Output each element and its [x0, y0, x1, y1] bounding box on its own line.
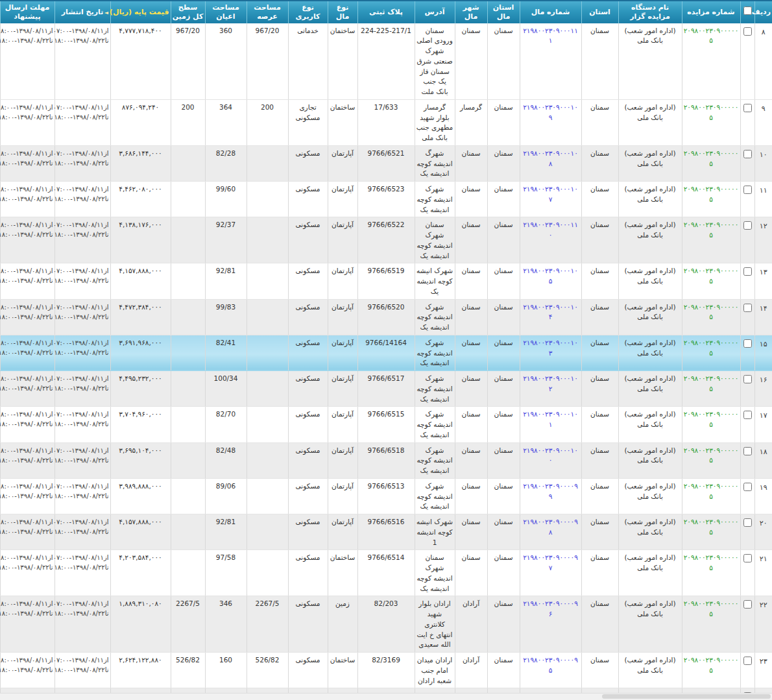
- cell-property-type: ساختمان: [328, 23, 357, 100]
- row-checkbox[interactable]: [743, 375, 752, 383]
- col-header-property-number[interactable]: شماره مال: [520, 1, 581, 23]
- cell-publish-date: از۱۳۹۸/۰۸/۱۱-۰۷:۰۰تا۱۳۹۸/۰۸/۲۲-۱۸:۰۰: [54, 335, 110, 370]
- cell-total-land: [171, 514, 205, 550]
- table-row[interactable]: ۱۱ ۲۰۹۸۰۰۲۳۰۹۰۰۰۰۰۵ (اداره امور شعب) بان…: [0, 182, 772, 217]
- cell-checkbox: [740, 217, 754, 263]
- row-checkbox[interactable]: [743, 186, 752, 194]
- table-row[interactable]: ۱۳ ۲۰۹۸۰۰۲۳۰۹۰۰۰۰۰۵ (اداره امور شعب) بان…: [0, 263, 772, 299]
- row-checkbox[interactable]: [743, 411, 752, 419]
- row-checkbox[interactable]: [743, 304, 752, 312]
- cell-property-city: سمنان: [455, 145, 487, 181]
- col-header-province[interactable]: استان: [581, 1, 618, 23]
- col-header-usage-type[interactable]: نوع کاربری: [288, 1, 328, 23]
- cell-base-price: ۸۷۶,۰۹۴,۲۴۰: [110, 99, 171, 145]
- cell-property-number-link[interactable]: ۲۱۹۸۰۰۲۳۰۹۰۰۰۰۹۷: [520, 550, 581, 596]
- row-checkbox[interactable]: [743, 150, 752, 158]
- cell-land-area: [247, 514, 288, 550]
- table-row[interactable]: ۱۴ ۲۰۹۸۰۰۲۳۰۹۰۰۰۰۰۵ (اداره امور شعب) بان…: [0, 299, 772, 335]
- cell-usage-type: مسکونی: [288, 653, 328, 688]
- scrollbar-thumb[interactable]: [602, 694, 771, 699]
- row-checkbox[interactable]: [743, 554, 752, 562]
- table-row[interactable]: ۱۰ ۲۰۹۸۰۰۲۳۰۹۰۰۰۰۰۵ (اداره امور شعب) بان…: [0, 145, 772, 181]
- cell-publish-date: از۱۳۹۸/۰۸/۱۱-۰۷:۰۰تا۱۳۹۸/۰۸/۲۲-۱۸:۰۰: [54, 407, 110, 442]
- table-row[interactable]: ۹ ۲۰۹۸۰۰۲۳۰۹۰۰۰۰۰۵ (اداره امور شعب) بانک…: [0, 99, 772, 145]
- table-row[interactable]: ۲۰ ۲۰۹۸۰۰۲۳۰۹۰۰۰۰۰۵ (اداره امور شعب) بان…: [0, 514, 772, 550]
- select-all-checkbox[interactable]: [743, 6, 752, 15]
- row-checkbox[interactable]: [743, 339, 752, 348]
- cell-property-number-link[interactable]: ۲۱۹۸۰۰۲۳۰۹۰۰۰۱۰۱: [520, 407, 581, 442]
- table-row[interactable]: ۲۱ ۲۰۹۸۰۰۲۳۰۹۰۰۰۰۰۵ (اداره امور شعب) بان…: [0, 550, 772, 596]
- cell-province: سمنان: [581, 145, 618, 181]
- table-row[interactable]: ۱۲ ۲۰۹۸۰۰۲۳۰۹۰۰۰۰۰۵ (اداره امور شعب) بان…: [0, 217, 772, 263]
- cell-property-number-link[interactable]: ۲۱۹۸۰۰۲۳۰۹۰۰۰۰۹۶: [520, 596, 581, 653]
- cell-usage-type: مسکونی: [288, 514, 328, 550]
- row-checkbox[interactable]: [743, 483, 752, 491]
- cell-property-number-link[interactable]: ۲۱۹۸۰۰۲۳۰۹۰۰۰۱۰۵: [520, 263, 581, 299]
- cell-property-province: سمنان: [487, 263, 520, 299]
- publish-to: تا۱۳۹۸/۰۸/۲۲-۱۸:۰۰: [56, 383, 109, 393]
- cell-property-number-link[interactable]: ۲۱۹۸۰۰۲۳۰۹۰۰۰۰۹۸: [520, 514, 581, 550]
- deadline-to: تا۱۳۹۸/۰۸/۲۲-۱۸:۰۰: [2, 348, 53, 357]
- col-header-address[interactable]: آدرس: [415, 1, 455, 23]
- cell-property-number-link[interactable]: ۲۱۹۸۰۰۲۳۰۹۰۰۰۱۰۲: [520, 371, 581, 407]
- horizontal-scrollbar[interactable]: [0, 693, 772, 700]
- table-row[interactable]: ۱۹ ۲۰۹۸۰۰۲۳۰۹۰۰۰۰۰۵ (اداره امور شعب) بان…: [0, 478, 772, 514]
- col-header-auction-number[interactable]: شماره مزایده: [682, 1, 740, 23]
- deadline-from: از۱۳۹۸/۰۸/۱۱-۰۸:۰۰: [2, 103, 53, 112]
- row-checkbox[interactable]: [743, 447, 752, 455]
- table-row[interactable]: ۱۵ ۲۰۹۸۰۰۲۳۰۹۰۰۰۰۰۵ (اداره امور شعب) بان…: [0, 335, 772, 370]
- cell-property-number-link[interactable]: ۲۱۹۸۰۰۲۳۰۹۰۰۰۱۰۴: [520, 299, 581, 335]
- cell-land-area: [247, 335, 288, 370]
- cell-building-area: 346: [205, 596, 247, 653]
- cell-property-number-link[interactable]: ۲۱۹۸۰۰۲۳۰۹۰۰۰۱۰۹: [520, 99, 581, 145]
- cell-publish-date: از۱۳۹۸/۰۸/۱۱-۰۷:۰۰تا۱۳۹۸/۰۸/۲۲-۱۸:۰۰: [54, 263, 110, 299]
- col-header-organization[interactable]: نام دستگاه مزایده گزار: [618, 1, 682, 23]
- table-row[interactable]: ۸ ۲۰۹۸۰۰۲۳۰۹۰۰۰۰۰۵ (اداره امور شعب) بانک…: [0, 23, 772, 100]
- row-checkbox[interactable]: [743, 518, 752, 527]
- col-header-registration-plate[interactable]: پلاک ثبتی: [357, 1, 415, 23]
- table-row[interactable]: ۱۷ ۲۰۹۸۰۰۲۳۰۹۰۰۰۰۰۵ (اداره امور شعب) بان…: [0, 407, 772, 442]
- row-checkbox[interactable]: [743, 221, 752, 230]
- table-row[interactable]: ۲۲ ۲۰۹۸۰۰۲۳۰۹۰۰۰۰۰۵ (اداره امور شعب) بان…: [0, 596, 772, 653]
- cell-property-number-link[interactable]: ۲۱۹۸۰۰۲۳۰۹۰۰۰۱۰۳: [520, 335, 581, 370]
- col-header-property-province[interactable]: استان مال: [487, 1, 520, 23]
- row-checkbox[interactable]: [743, 27, 752, 36]
- col-header-building-area[interactable]: مساحت اعیان: [205, 1, 247, 23]
- cell-auction-number: ۲۰۹۸۰۰۲۳۰۹۰۰۰۰۰۵: [682, 550, 740, 596]
- col-header-base-price[interactable]: قیمت پایه (ریال)◄: [110, 1, 171, 23]
- cell-deadline: از۱۳۹۸/۰۸/۱۱-۰۸:۰۰تا۱۳۹۸/۰۸/۲۲-۱۸:۰۰: [0, 145, 54, 181]
- cell-property-number-link[interactable]: ۲۱۹۸۰۰۲۳۰۹۰۰۰۱۰۰: [520, 442, 581, 478]
- row-checkbox[interactable]: [743, 104, 752, 112]
- cell-property-number-link[interactable]: ۲۱۹۸۰۰۲۳۰۹۰۰۰۰۹۵: [520, 653, 581, 688]
- cell-total-land: [171, 371, 205, 407]
- cell-auction-number: ۲۰۹۸۰۰۲۳۰۹۰۰۰۰۰۵: [682, 23, 740, 100]
- col-header-total-land[interactable]: سطح کل زمین: [171, 1, 205, 23]
- cell-property-city: سمنان: [455, 550, 487, 596]
- deadline-from: از۱۳۹۸/۰۸/۱۱-۰۸:۰۰: [2, 338, 53, 348]
- cell-total-land: [171, 550, 205, 596]
- row-checkbox[interactable]: [743, 267, 752, 276]
- table-row[interactable]: ۱۶ ۲۰۹۸۰۰۲۳۰۹۰۰۰۰۰۵ (اداره امور شعب) بان…: [0, 371, 772, 407]
- col-header-property-type[interactable]: نوع مال: [328, 1, 357, 23]
- cell-land-area: [247, 182, 288, 217]
- cell-property-province: سمنان: [487, 145, 520, 181]
- cell-property-number-link[interactable]: ۲۱۹۸۰۰۲۳۰۹۰۰۰۰۹۹: [520, 478, 581, 514]
- cell-property-number-link[interactable]: ۲۱۹۸۰۰۲۳۰۹۰۰۰۱۱۰: [520, 217, 581, 263]
- row-checkbox[interactable]: [743, 600, 752, 609]
- table-row[interactable]: ۲۳ ۲۰۹۸۰۰۲۳۰۹۰۰۰۰۰۵ (اداره امور شعب) بان…: [0, 653, 772, 688]
- cell-property-province: سمنان: [487, 550, 520, 596]
- cell-property-number-link[interactable]: ۲۱۹۸۰۰۲۳۰۹۰۰۰۱۰۸: [520, 145, 581, 181]
- col-header-property-city[interactable]: شهر مال: [455, 1, 487, 23]
- row-checkbox[interactable]: [743, 657, 752, 665]
- cell-base-price: ۳,۶۸۶,۱۴۴,۰۰۰: [110, 145, 171, 181]
- col-header-land-area[interactable]: مساحت عرصه: [247, 1, 288, 23]
- cell-usage-type: تجاری مسکونی: [288, 99, 328, 145]
- col-header-row-number[interactable]: ردیف: [754, 1, 772, 23]
- cell-row-number: ۲۰: [754, 514, 772, 550]
- cell-property-number-link[interactable]: ۲۱۹۸۰۰۲۳۰۹۰۰۰۱۰۷: [520, 182, 581, 217]
- col-header-publish-date[interactable]: تاریخ انتشار: [54, 1, 110, 23]
- cell-property-number-link[interactable]: ۲۱۹۸۰۰۲۳۰۹۰۰۰۱۱۱: [520, 23, 581, 100]
- cell-row-number: ۱۵: [754, 335, 772, 370]
- table-row[interactable]: ۱۸ ۲۰۹۸۰۰۲۳۰۹۰۰۰۰۰۵ (اداره امور شعب) بان…: [0, 442, 772, 478]
- col-header-deadline[interactable]: مهلت ارسال پیشنهاد: [0, 1, 54, 23]
